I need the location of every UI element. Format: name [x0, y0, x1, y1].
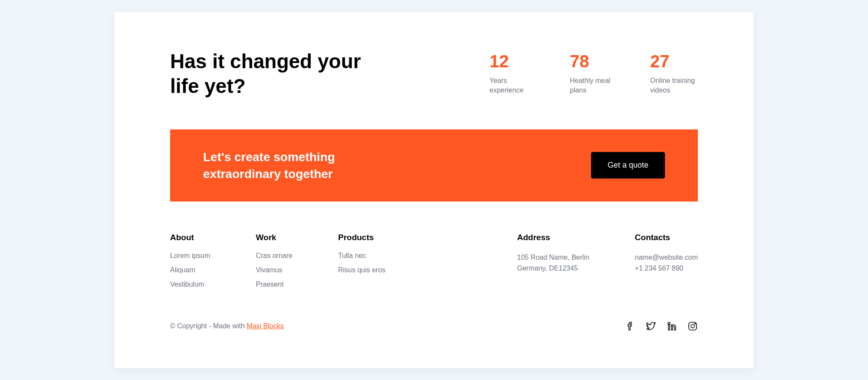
stat-number: 12: [490, 53, 537, 70]
address-line: Germany, DE12345: [517, 263, 589, 274]
footer-link[interactable]: Aliquam: [170, 266, 210, 274]
footer-link[interactable]: Tulla nec: [338, 252, 385, 260]
footer-col-about: About Lorem ipsum Aliquam Vestibulum: [170, 233, 210, 295]
footer-heading: Address: [517, 233, 589, 242]
stat-number: 27: [650, 53, 698, 70]
linkedin-icon[interactable]: [667, 321, 677, 331]
copyright-link[interactable]: Maxi Blocks: [247, 322, 283, 330]
stat-item: 78 Heathly meal plans: [570, 53, 618, 96]
stat-label: Heathly meal plans: [570, 76, 618, 96]
page-headline: Has it changed your life yet?: [170, 49, 365, 99]
footer-link[interactable]: Lorem ipsum: [170, 252, 210, 260]
bottom-row: © Copyright - Made with Maxi Blocks: [170, 321, 698, 331]
footer-heading: About: [170, 233, 210, 242]
stat-label: Online training videos: [650, 76, 698, 96]
stat-label: Years experience: [490, 76, 537, 96]
contact-phone: +1 234 567 890: [635, 263, 698, 274]
svg-point-2: [695, 323, 696, 324]
footer-heading: Work: [256, 233, 292, 242]
footer-link[interactable]: Vivamus: [256, 266, 292, 274]
footer-col-products: Products Tulla nec Risus quis eros: [338, 233, 385, 295]
address-line: 105 Road Name, Berlin: [517, 252, 589, 263]
twitter-icon[interactable]: [646, 321, 656, 331]
footer-link[interactable]: Cras ornare: [256, 252, 292, 260]
social-icons-row: [625, 321, 698, 331]
footer-link[interactable]: Vestibulum: [170, 281, 210, 288]
contact-email: name@website.com: [635, 252, 698, 263]
svg-point-1: [691, 324, 694, 328]
footer-columns: About Lorem ipsum Aliquam Vestibulum Wor…: [170, 233, 698, 295]
footer-heading: Contacts: [635, 233, 698, 242]
top-section: Has it changed your life yet? 12 Years e…: [170, 49, 698, 99]
copyright-prefix: © Copyright - Made with: [170, 322, 247, 330]
stats-row: 12 Years experience 78 Heathly meal plan…: [490, 49, 698, 96]
facebook-icon[interactable]: [625, 321, 635, 331]
footer-link[interactable]: Risus quis eros: [338, 266, 385, 274]
footer-heading: Products: [338, 233, 385, 242]
stat-item: 12 Years experience: [490, 53, 537, 96]
footer-card: Has it changed your life yet? 12 Years e…: [115, 12, 753, 368]
instagram-icon[interactable]: [687, 321, 698, 331]
footer-right-group: Address 105 Road Name, Berlin Germany, D…: [517, 233, 698, 295]
copyright-text: © Copyright - Made with Maxi Blocks: [170, 322, 284, 330]
cta-banner: Let's create something extraordinary tog…: [170, 129, 698, 202]
stat-item: 27 Online training videos: [650, 53, 698, 96]
footer-left-group: About Lorem ipsum Aliquam Vestibulum Wor…: [170, 233, 385, 295]
footer-link[interactable]: Praesent: [256, 281, 292, 288]
footer-col-contacts: Contacts name@website.com +1 234 567 890: [635, 233, 698, 295]
footer-col-work: Work Cras ornare Vivamus Praesent: [256, 233, 292, 295]
stat-number: 78: [570, 53, 618, 70]
get-quote-button[interactable]: Get a quote: [591, 152, 665, 178]
footer-col-address: Address 105 Road Name, Berlin Germany, D…: [517, 233, 589, 295]
cta-text: Let's create something extraordinary tog…: [203, 149, 385, 182]
